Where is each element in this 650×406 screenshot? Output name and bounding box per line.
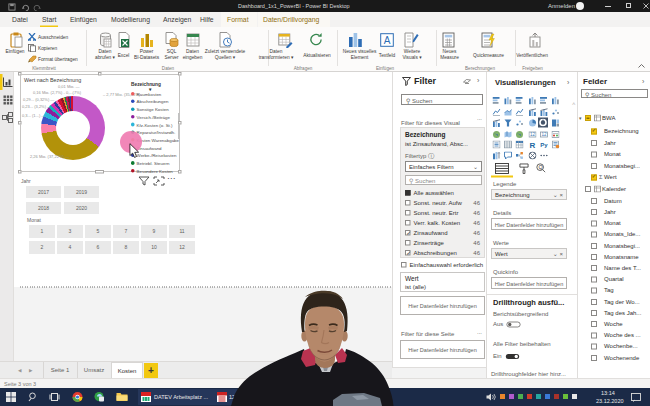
svg-text:R: R (529, 141, 535, 149)
svg-text:12: 12 (530, 132, 536, 137)
svg-text:Q: Q (539, 164, 543, 170)
svg-text:A: A (384, 35, 391, 46)
svg-text:12: 12 (541, 132, 547, 137)
svg-text:Py: Py (540, 142, 548, 148)
